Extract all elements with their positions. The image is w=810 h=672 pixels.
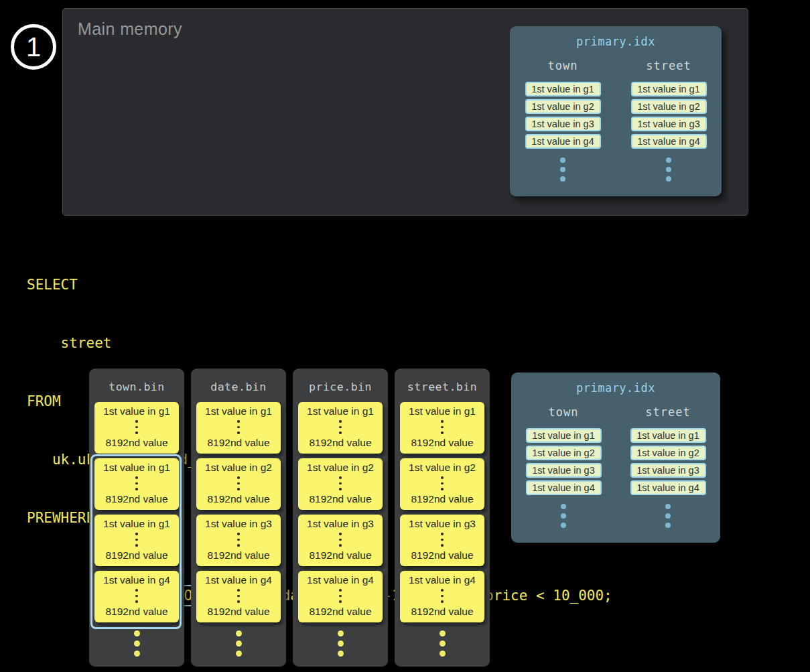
bin-file-title: date.bin xyxy=(191,368,286,393)
ellipsis-icon xyxy=(441,476,444,490)
granule-block: 1st value in g4 8192nd value xyxy=(94,571,179,622)
step-number: 1 xyxy=(26,32,41,62)
step-number-badge: 1 xyxy=(11,24,56,70)
main-memory-title: Main memory xyxy=(78,19,182,39)
granule-block: 1st value in g1 8192nd value xyxy=(94,402,179,454)
ellipsis-icon xyxy=(441,420,444,434)
idx-entry: 1st value in g4 xyxy=(526,480,602,495)
sql-from-keyword: FROM xyxy=(27,393,61,409)
bin-file-title: price.bin xyxy=(293,368,388,393)
granule-last-value: 8192nd value xyxy=(105,493,167,505)
primary-idx-title: primary.idx xyxy=(511,373,720,395)
granule-last-value: 8192nd value xyxy=(105,549,167,561)
ellipsis-icon xyxy=(339,533,342,547)
granule-first-value: 1st value in g3 xyxy=(409,518,476,530)
granule-last-value: 8192nd value xyxy=(411,549,473,561)
idx-entry: 1st value in g1 xyxy=(631,82,707,96)
idx-entry: 1st value in g4 xyxy=(631,134,707,149)
ellipsis-icon xyxy=(339,420,342,434)
ellipsis-icon xyxy=(395,630,490,657)
granule-block: 1st value in g3 8192nd value xyxy=(196,515,281,566)
ellipsis-icon xyxy=(191,630,286,657)
sql-select-column: street xyxy=(27,335,111,351)
primary-idx-box-memory: primary.idx town 1st value in g1 1st val… xyxy=(510,26,722,196)
primary-idx-title: primary.idx xyxy=(510,26,722,48)
granule-block: 1st value in g1 8192nd value xyxy=(298,402,383,454)
idx-entry: 1st value in g2 xyxy=(631,99,707,114)
ellipsis-icon xyxy=(135,420,138,434)
granule-last-value: 8192nd value xyxy=(309,549,371,561)
diagram-canvas: 1 Main memory primary.idx town 1st value… xyxy=(0,0,810,672)
granule-last-value: 8192nd value xyxy=(105,437,167,449)
granule-last-value: 8192nd value xyxy=(309,493,371,505)
ellipsis-icon xyxy=(89,630,184,657)
granule-first-value: 1st value in g1 xyxy=(307,405,374,417)
ellipsis-icon xyxy=(561,504,566,528)
idx-entry: 1st value in g1 xyxy=(525,82,601,96)
granule-first-value: 1st value in g4 xyxy=(205,574,272,586)
idx-entry: 1st value in g1 xyxy=(526,428,602,443)
idx-entry: 1st value in g2 xyxy=(526,446,602,460)
bin-file-title: town.bin xyxy=(89,368,184,393)
granule-block: 1st value in g4 8192nd value xyxy=(400,571,484,622)
granule-block: 1st value in g2 8192nd value xyxy=(298,458,383,510)
idx-entry: 1st value in g1 xyxy=(630,428,706,443)
granule-first-value: 1st value in g3 xyxy=(307,518,374,530)
granule-block: 1st value in g3 8192nd value xyxy=(298,515,383,566)
granule-first-value: 1st value in g4 xyxy=(103,574,170,586)
granule-first-value: 1st value in g3 xyxy=(205,518,272,530)
idx-entry: 1st value in g3 xyxy=(630,463,706,478)
granule-last-value: 8192nd value xyxy=(207,493,269,505)
ellipsis-icon xyxy=(237,533,240,547)
granule-block: 1st value in g1 8192nd value xyxy=(94,515,179,566)
ellipsis-icon xyxy=(135,589,138,603)
granule-last-value: 8192nd value xyxy=(105,606,167,618)
bin-file-title: street.bin xyxy=(395,368,490,393)
granule-first-value: 1st value in g1 xyxy=(103,518,170,530)
granule-last-value: 8192nd value xyxy=(411,437,473,449)
granule-block: 1st value in g1 8192nd value xyxy=(400,402,484,454)
idx-column-street: street 1st value in g1 1st value in g2 1… xyxy=(616,59,722,182)
idx-entry: 1st value in g3 xyxy=(525,117,601,131)
idx-entry: 1st value in g4 xyxy=(525,134,601,149)
idx-entry: 1st value in g2 xyxy=(525,99,601,114)
granule-block: 1st value in g4 8192nd value xyxy=(298,571,383,622)
idx-entry: 1st value in g4 xyxy=(630,480,706,495)
granule-first-value: 1st value in g4 xyxy=(307,574,374,586)
idx-column-header: town xyxy=(548,59,578,72)
granule-first-value: 1st value in g2 xyxy=(409,462,476,474)
ellipsis-icon xyxy=(666,157,671,182)
sql-prewhere-keyword: PREWHERE xyxy=(27,510,94,526)
granule-last-value: 8192nd value xyxy=(207,606,269,618)
granule-first-value: 1st value in g1 xyxy=(205,405,272,417)
granule-block: 1st value in g3 8192nd value xyxy=(400,515,484,566)
granule-last-value: 8192nd value xyxy=(411,606,473,618)
primary-idx-box-disk: primary.idx town 1st value in g1 1st val… xyxy=(511,373,720,543)
idx-entry: 1st value in g3 xyxy=(631,117,707,131)
bin-file-price: price.bin 1st value in g1 8192nd value 1… xyxy=(293,368,388,667)
ellipsis-icon xyxy=(441,589,444,603)
idx-column-header: street xyxy=(646,59,691,72)
granule-block: 1st value in g1 8192nd value xyxy=(94,458,179,510)
ellipsis-icon xyxy=(665,504,671,528)
granule-block: 1st value in g4 8192nd value xyxy=(196,571,281,622)
granule-first-value: 1st value in g1 xyxy=(409,405,476,417)
granule-block: 1st value in g1 8192nd value xyxy=(196,402,281,454)
granule-last-value: 8192nd value xyxy=(207,549,269,561)
ellipsis-icon xyxy=(441,533,444,547)
idx-column-street: street 1st value in g1 1st value in g2 1… xyxy=(616,405,720,528)
granule-last-value: 8192nd value xyxy=(309,606,371,618)
idx-column-header: town xyxy=(549,405,579,419)
ellipsis-icon xyxy=(237,589,240,603)
bin-file-street: street.bin 1st value in g1 8192nd value … xyxy=(395,368,490,667)
ellipsis-icon xyxy=(135,476,138,490)
ellipsis-icon xyxy=(135,533,138,547)
granule-first-value: 1st value in g4 xyxy=(409,574,476,586)
granule-first-value: 1st value in g2 xyxy=(205,462,272,474)
granule-block: 1st value in g2 8192nd value xyxy=(196,458,281,510)
ellipsis-icon xyxy=(293,630,388,657)
ellipsis-icon xyxy=(339,589,342,603)
granule-last-value: 8192nd value xyxy=(207,437,269,449)
granule-first-value: 1st value in g1 xyxy=(103,462,170,474)
idx-column-header: street xyxy=(645,405,690,419)
